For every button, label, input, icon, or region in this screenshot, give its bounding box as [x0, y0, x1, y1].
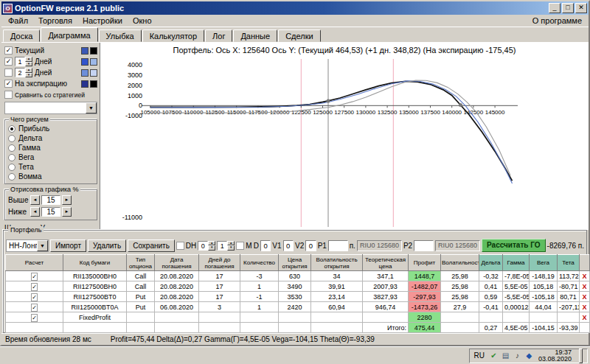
delete-row-button-3[interactable]: X	[580, 302, 590, 312]
column-header-4[interactable]: Дней до погашения	[199, 255, 240, 271]
column-header-7[interactable]: Волатильность открытия	[311, 255, 363, 271]
delete-row-button-1[interactable]: X	[580, 281, 590, 292]
color-swatch-0-1[interactable]	[90, 47, 97, 55]
menu-item-3[interactable]: Окно	[128, 15, 157, 26]
m-checkbox[interactable]	[236, 242, 244, 250]
delete-row-button-4[interactable]: X	[580, 312, 590, 323]
curve-checkbox-0[interactable]	[4, 46, 13, 55]
column-header-6[interactable]: Цена открытия	[279, 255, 311, 271]
spin-down-icon[interactable]: ▼	[208, 245, 215, 251]
spin-down-icon[interactable]: ▼	[227, 245, 235, 251]
maximize-button[interactable]: □	[562, 3, 574, 13]
column-header-13[interactable]: Вега	[530, 255, 558, 271]
p1-input[interactable]	[328, 240, 348, 251]
curve-checkbox-2[interactable]	[4, 69, 13, 77]
curve-checkbox-1[interactable]	[4, 57, 13, 66]
color-swatch-1-1[interactable]	[90, 58, 97, 66]
column-header-3[interactable]: Дата погашения	[155, 255, 199, 271]
tab-5[interactable]: Данные	[233, 29, 277, 42]
tab-2[interactable]: Улыбка	[99, 29, 142, 42]
d-input[interactable]: 0	[260, 240, 271, 251]
range-below-increase-button[interactable]: ►	[62, 207, 72, 217]
row-calc-checkbox-2[interactable]	[31, 293, 38, 301]
range-below-decrease-button[interactable]: ◄	[30, 207, 40, 217]
column-header-9[interactable]: Профит	[409, 255, 441, 271]
dh-checkbox[interactable]	[176, 242, 184, 250]
delete-button[interactable]: Удалить	[88, 239, 126, 252]
dh-spinner-2-value[interactable]: 1	[217, 241, 227, 251]
column-header-11[interactable]: Дельта	[479, 255, 503, 271]
spin-down-icon[interactable]: ▼	[25, 73, 32, 78]
volume-icon[interactable]: ♪	[513, 351, 522, 360]
column-header-15[interactable]	[580, 255, 590, 271]
radio-option-5[interactable]	[8, 173, 15, 181]
range-below-value[interactable]: 15	[41, 207, 60, 217]
menu-about[interactable]: О программе	[527, 15, 587, 26]
table-cell-4-0: FixedProfit	[63, 312, 127, 323]
network-icon[interactable]: ◆	[524, 351, 534, 360]
row-calc-checkbox-3[interactable]	[31, 304, 38, 312]
column-header-0[interactable]: Расчет	[6, 255, 63, 271]
p2-input[interactable]	[414, 240, 434, 251]
table-cell-1-7: 2007,93	[363, 281, 409, 292]
profit-chart[interactable]: 1050001075001100001125001150001175001200…	[100, 56, 587, 230]
radio-option-0[interactable]	[8, 125, 15, 133]
compare-strategy-checkbox[interactable]	[4, 91, 13, 99]
color-swatch-2-0[interactable]	[81, 69, 88, 77]
radio-option-1[interactable]	[8, 135, 15, 142]
minimize-button[interactable]: _	[549, 3, 560, 13]
delete-row-button-2[interactable]: X	[580, 292, 590, 302]
delete-row-button-0[interactable]: X	[580, 271, 590, 281]
display-icon[interactable]: ▤	[501, 351, 510, 360]
column-header-14[interactable]: Тета	[558, 255, 580, 271]
save-button[interactable]: Сохранить	[128, 239, 175, 252]
v1-input[interactable]: 0	[283, 240, 294, 251]
color-swatch-3-0[interactable]	[81, 80, 88, 88]
strategy-combo[interactable]: НН-Лонг ▼	[6, 239, 49, 252]
import-button[interactable]: Импорт	[50, 239, 86, 252]
radio-option-2[interactable]	[8, 144, 15, 152]
calc-margin-button[interactable]: Рассчитать ГО	[482, 239, 546, 252]
days-spinner-value-1[interactable]: 1	[15, 57, 25, 66]
close-button[interactable]: ✕	[575, 3, 587, 13]
range-above-decrease-button[interactable]: ◄	[30, 195, 40, 205]
column-header-2[interactable]: Тип опциона	[127, 255, 155, 271]
antivirus-shield-icon[interactable]: ✔	[489, 351, 499, 360]
spin-down-icon[interactable]: ▼	[25, 62, 32, 67]
color-swatch-3-1[interactable]	[90, 80, 97, 88]
radio-option-3[interactable]	[8, 154, 15, 161]
chevron-down-icon[interactable]: ▼	[86, 102, 97, 113]
color-swatch-1-0[interactable]	[81, 58, 88, 66]
column-header-5[interactable]: Количество	[240, 255, 279, 271]
curve-checkbox-3[interactable]	[4, 80, 13, 88]
radio-option-4[interactable]	[8, 164, 15, 171]
range-above-value[interactable]: 15	[41, 195, 60, 205]
range-above-increase-button[interactable]: ►	[62, 195, 72, 205]
tab-4[interactable]: Лог	[205, 29, 232, 42]
column-header-8[interactable]: Теоретическая цена	[363, 255, 409, 271]
column-header-12[interactable]: Гамма	[503, 255, 530, 271]
delete-row-button-5	[580, 323, 590, 333]
menu-item-0[interactable]: Файл	[3, 15, 33, 26]
language-indicator[interactable]: RU	[474, 351, 485, 360]
dh-spinner-1-value[interactable]: 0	[198, 241, 208, 251]
column-header-1[interactable]: Код бумаги	[63, 255, 127, 271]
v2-input[interactable]: 0	[305, 240, 316, 251]
row-calc-checkbox-0[interactable]	[31, 273, 38, 281]
tab-6[interactable]: Сделки	[278, 29, 321, 42]
row-calc-checkbox-4[interactable]	[31, 314, 38, 322]
show-desktop-button[interactable]	[579, 349, 583, 363]
chevron-down-icon[interactable]: ▼	[37, 240, 48, 251]
tab-3[interactable]: Калькулятор	[142, 29, 204, 42]
row-calc-checkbox-1[interactable]	[31, 283, 38, 291]
menu-item-2[interactable]: Настройки	[77, 15, 128, 26]
tab-0[interactable]: Доска	[3, 29, 40, 42]
days-spinner-value-2[interactable]: 2	[15, 68, 25, 77]
compare-strategy-combo[interactable]: ▼	[4, 102, 97, 114]
color-swatch-2-1[interactable]	[90, 69, 97, 77]
tray-clock[interactable]: 19:37 03.08.2020	[538, 349, 572, 363]
color-swatch-0-0[interactable]	[81, 47, 88, 55]
menu-item-1[interactable]: Торговля	[33, 15, 77, 26]
tab-1[interactable]: Диаграмма	[41, 27, 97, 42]
column-header-10[interactable]: Волатильность	[441, 255, 479, 271]
